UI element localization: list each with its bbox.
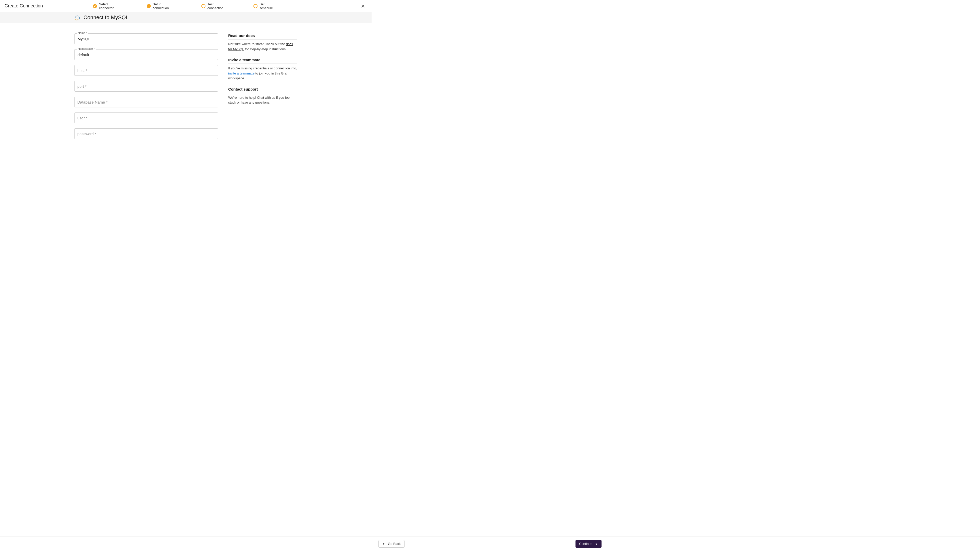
step-label: Setup connection (153, 2, 178, 10)
step-select-connector: Select connector (93, 2, 124, 10)
circle-filled-icon (147, 4, 151, 8)
main-content: Name * Namespace * host * port * Databas… (74, 23, 298, 139)
docs-text-post: for step-by-step instructions. (244, 47, 286, 51)
password-input[interactable] (74, 128, 218, 139)
support-heading: Contact support (228, 87, 298, 93)
stepper: Select connector Setup connection Test c… (93, 2, 279, 10)
database-input[interactable] (74, 97, 218, 107)
user-input[interactable] (74, 113, 218, 123)
close-button[interactable] (359, 2, 367, 10)
check-circle-icon (93, 4, 97, 8)
step-set-schedule: Set schedule (253, 2, 279, 10)
support-text: We're here to help! Chat with us if you … (228, 95, 298, 105)
field-label: Name * (77, 32, 88, 35)
field-port-wrap: port * (74, 81, 218, 92)
field-label: Namespace * (77, 47, 96, 50)
field-namespace-wrap: Namespace * (74, 49, 218, 60)
docs-block: Read our docs Not sure where to start? C… (228, 33, 298, 52)
host-input[interactable] (74, 65, 218, 76)
page-title: Create Connection (5, 3, 43, 9)
step-label: Set schedule (259, 2, 279, 10)
step-label: Test connection (207, 2, 231, 10)
subheader-title: Connect to MySQL (83, 14, 129, 21)
name-input[interactable] (74, 33, 218, 44)
help-sidebar: Read our docs Not sure where to start? C… (223, 33, 298, 97)
field-user-wrap: user * (74, 113, 218, 123)
close-icon (361, 4, 365, 8)
invite-text: If you're missing credentials or connect… (228, 66, 298, 81)
circle-outline-icon (253, 4, 258, 8)
step-test-connection: Test connection (201, 2, 231, 10)
support-block: Contact support We're here to help! Chat… (228, 87, 298, 105)
invite-link[interactable]: invite a teammate (228, 71, 255, 75)
field-name-wrap: Name * (74, 33, 218, 44)
invite-block: Invite a teammate If you're missing cred… (228, 58, 298, 81)
subheader: MySQL Connect to MySQL (0, 12, 372, 23)
field-host-wrap: host * (74, 65, 218, 76)
docs-text: Not sure where to start? Check out the d… (228, 41, 298, 52)
form-column: Name * Namespace * host * port * Databas… (74, 33, 218, 139)
docs-heading: Read our docs (228, 33, 298, 40)
field-database-wrap: Database Name * (74, 97, 218, 107)
step-label: Select connector (99, 2, 124, 10)
step-connector (126, 6, 144, 6)
svg-text:MySQL: MySQL (75, 19, 79, 21)
circle-outline-icon (201, 4, 205, 8)
invite-heading: Invite a teammate (228, 58, 298, 64)
docs-text-pre: Not sure where to start? Check out the (228, 42, 286, 46)
invite-text-pre: If you're missing credentials or connect… (228, 66, 297, 70)
mysql-logo-icon: MySQL (74, 14, 80, 21)
step-connector (233, 6, 251, 6)
field-password-wrap: password * (74, 128, 218, 139)
namespace-input[interactable] (74, 49, 218, 60)
step-setup-connection: Setup connection (147, 2, 178, 10)
header-bar: Create Connection Select connector Setup… (0, 0, 372, 12)
port-input[interactable] (74, 81, 218, 92)
step-connector (181, 6, 199, 6)
